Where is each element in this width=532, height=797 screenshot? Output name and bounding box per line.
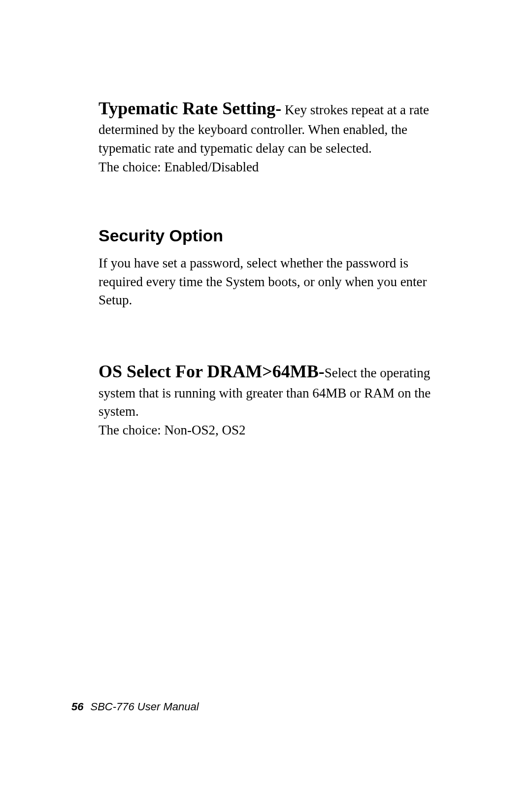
page-number: 56 bbox=[71, 700, 83, 713]
typematic-heading: Typematic Rate Setting- bbox=[99, 99, 281, 118]
typematic-paragraph: Typematic Rate Setting- Key strokes repe… bbox=[99, 96, 441, 158]
os-select-heading: OS Select For DRAM>64MB- bbox=[99, 362, 325, 381]
os-select-paragraph: OS Select For DRAM>64MB-Select the opera… bbox=[99, 359, 441, 421]
security-body: If you have set a password, select wheth… bbox=[99, 254, 441, 310]
typematic-choice: The choice: Enabled/Disabled bbox=[99, 158, 441, 177]
document-page: Typematic Rate Setting- Key strokes repe… bbox=[0, 0, 532, 797]
section-security-option: Security Option If you have set a passwo… bbox=[99, 226, 441, 310]
section-os-select: OS Select For DRAM>64MB-Select the opera… bbox=[99, 359, 441, 440]
page-footer: 56SBC-776 User Manual bbox=[71, 700, 199, 713]
section-typematic-rate: Typematic Rate Setting- Key strokes repe… bbox=[99, 96, 441, 177]
os-select-choice: The choice: Non-OS2, OS2 bbox=[99, 421, 441, 440]
doc-title: SBC-776 User Manual bbox=[90, 700, 199, 713]
security-heading: Security Option bbox=[99, 226, 441, 245]
